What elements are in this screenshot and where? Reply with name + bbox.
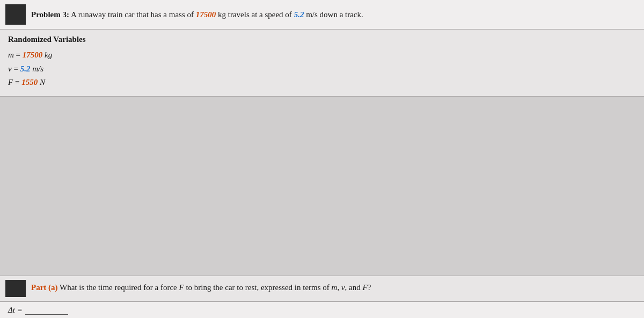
velocity-variable: v = 5.2 m/s xyxy=(8,62,636,76)
velocity-eq: = xyxy=(13,64,20,73)
part-question: What is the time required for a force F … xyxy=(60,283,371,292)
force-unit: N xyxy=(40,78,45,86)
part-section: Part (a) What is the time required for a… xyxy=(0,276,644,318)
problem-speed-value: 5.2 xyxy=(294,10,304,19)
problem-description-post: m/s down a track. xyxy=(306,10,363,19)
force-name: F xyxy=(8,78,13,86)
delta-t-label: Δt = xyxy=(8,306,23,315)
force-variable: F = 1550 N xyxy=(8,76,636,90)
velocity-val: 5.2 xyxy=(20,64,31,73)
mass-eq: = xyxy=(16,50,23,59)
velocity-name: v xyxy=(8,64,12,73)
problem-mass-value: 17500 xyxy=(196,10,216,19)
problem-description-mid: kg travels at a speed of xyxy=(218,10,294,19)
problem-label: Problem 3: xyxy=(31,10,69,19)
problem-header: Problem 3: A runaway train car that has … xyxy=(0,0,644,30)
main-content xyxy=(0,97,644,276)
answer-row: Δt = xyxy=(0,301,644,318)
problem-color-bar xyxy=(5,4,26,25)
mass-variable: m = 17500 kg xyxy=(8,48,636,62)
force-eq: = xyxy=(15,78,21,86)
variables-section: Randomized Variables m = 17500 kg v = 5.… xyxy=(0,30,644,97)
answer-input[interactable] xyxy=(25,305,68,315)
part-text: Part (a) What is the time required for a… xyxy=(31,280,371,292)
mass-val: 17500 xyxy=(23,50,43,59)
part-header: Part (a) What is the time required for a… xyxy=(0,276,644,301)
variables-title: Randomized Variables xyxy=(8,35,636,44)
velocity-unit: m/s xyxy=(32,64,43,73)
part-color-bar xyxy=(5,280,26,297)
mass-name: m xyxy=(8,50,14,59)
problem-text: Problem 3: A runaway train car that has … xyxy=(31,4,363,21)
part-label: Part (a) xyxy=(31,283,58,292)
problem-description-pre: A runaway train car that has a mass of xyxy=(71,10,196,19)
mass-unit: kg xyxy=(45,50,52,59)
force-val: 1550 xyxy=(21,78,38,86)
page-container: Problem 3: A runaway train car that has … xyxy=(0,0,644,318)
